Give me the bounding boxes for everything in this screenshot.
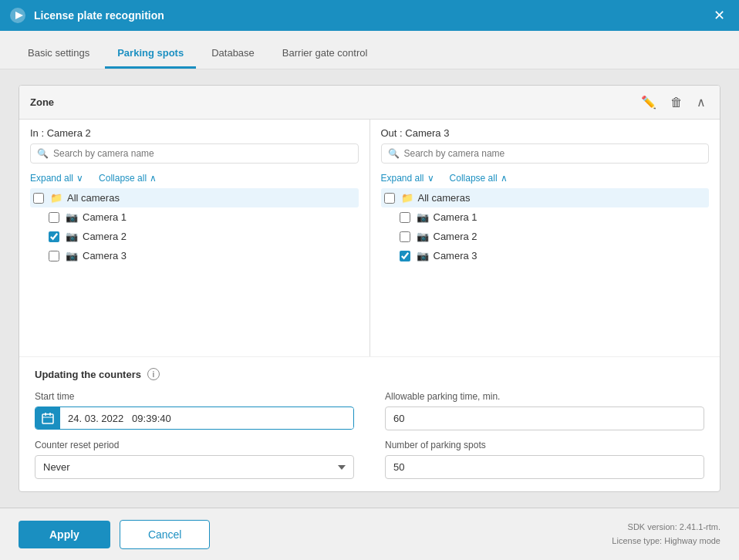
chevron-up-icon: ∧ [501, 173, 508, 184]
sdk-version: SDK version: 2.41.1-rtm. [612, 521, 720, 535]
out-camera-2-item[interactable]: 📷 Camera 2 [381, 227, 710, 246]
out-camera-header: Out : Camera 3 [370, 120, 720, 143]
in-camera-list: 📁 All cameras 📷 Camera 1 📷 Camera 2 [19, 188, 370, 356]
out-camera-1-checkbox[interactable] [400, 212, 410, 223]
close-button[interactable]: ✕ [709, 5, 730, 25]
in-camera-1-label: Camera 1 [83, 211, 127, 223]
calendar-icon [42, 412, 54, 424]
in-all-cameras-checkbox[interactable] [33, 193, 44, 204]
out-camera-3-checkbox[interactable] [400, 251, 410, 261]
allowable-parking-time-label: Allowable parking time, min. [385, 391, 704, 402]
info-icon[interactable]: i [147, 368, 160, 380]
settings-section: Updating the counters i Start time [19, 357, 720, 491]
out-collapse-all-button[interactable]: Collapse all ∧ [450, 173, 508, 184]
search-icon: 🔍 [388, 148, 400, 159]
app-icon [9, 7, 26, 24]
in-camera-section: In : Camera 2 🔍 Expand all ∨ Collapse al… [19, 120, 370, 356]
zone-header: Zone ✏️ 🗑 ∧ [19, 86, 720, 120]
camera-icon: 📷 [417, 211, 429, 223]
start-time-input-wrapper [35, 407, 354, 430]
allowable-parking-time-input[interactable] [385, 407, 704, 430]
out-camera-section: Out : Camera 3 🔍 Expand all ∨ Collapse a… [370, 120, 720, 356]
number-of-parking-spots-input[interactable] [385, 455, 704, 479]
edit-zone-button[interactable]: ✏️ [638, 93, 660, 111]
counter-reset-period-select[interactable]: Never Daily Weekly Monthly [35, 455, 354, 479]
out-camera-1-label: Camera 1 [434, 211, 477, 223]
in-camera-header: In : Camera 2 [19, 120, 370, 143]
start-time-value[interactable] [60, 408, 353, 429]
in-all-cameras-label: All cameras [67, 192, 120, 204]
out-all-cameras-item[interactable]: 📁 All cameras [381, 188, 710, 207]
number-of-parking-spots-label: Number of parking spots [385, 440, 704, 450]
in-camera-2-checkbox[interactable] [49, 231, 59, 242]
apply-button[interactable]: Apply [19, 521, 110, 548]
camera-icon: 📷 [66, 231, 78, 242]
calendar-icon-button[interactable] [35, 407, 60, 429]
camera-icon: 📷 [417, 250, 429, 261]
in-collapse-all-button[interactable]: Collapse all ∧ [99, 173, 157, 184]
in-camera-2-item[interactable]: 📷 Camera 2 [30, 227, 359, 246]
allowable-parking-time-field: Allowable parking time, min. [385, 391, 704, 430]
camera-icon: 📷 [66, 250, 78, 261]
out-all-cameras-checkbox[interactable] [384, 193, 395, 204]
in-camera-3-item[interactable]: 📷 Camera 3 [30, 246, 359, 265]
number-of-parking-spots-field: Number of parking spots [385, 440, 704, 479]
in-expand-collapse: Expand all ∨ Collapse all ∧ [19, 170, 370, 188]
out-camera-1-item[interactable]: 📷 Camera 1 [381, 207, 710, 227]
svg-rect-2 [42, 414, 53, 423]
settings-grid: Start time [35, 391, 704, 479]
in-search-input[interactable] [53, 148, 352, 159]
collapse-zone-button[interactable]: ∧ [693, 93, 709, 111]
folder-icon: 📁 [401, 192, 413, 204]
camera-icon: 📷 [417, 231, 429, 242]
camera-icon: 📷 [66, 211, 78, 223]
cameras-row: In : Camera 2 🔍 Expand all ∨ Collapse al… [19, 120, 720, 357]
in-camera-1-item[interactable]: 📷 Camera 1 [30, 207, 359, 227]
in-search-box[interactable]: 🔍 [30, 143, 359, 164]
in-camera-3-label: Camera 3 [83, 250, 127, 261]
in-all-cameras-item[interactable]: 📁 All cameras [30, 188, 359, 207]
tab-database[interactable]: Database [199, 39, 267, 69]
main-content: Zone ✏️ 🗑 ∧ In : Camera 2 🔍 Expand all [0, 69, 739, 508]
title-bar: License plate recognition ✕ [0, 0, 739, 31]
counter-reset-period-label: Counter reset period [35, 440, 354, 450]
start-time-field: Start time [35, 391, 354, 430]
in-camera-1-checkbox[interactable] [49, 212, 59, 223]
delete-zone-button[interactable]: 🗑 [667, 94, 686, 111]
out-expand-all-button[interactable]: Expand all ∨ [381, 173, 434, 184]
start-time-label: Start time [35, 391, 354, 402]
license-type: License type: Highway mode [612, 535, 720, 548]
zone-header-icons: ✏️ 🗑 ∧ [638, 93, 709, 111]
tab-barrier-gate-control[interactable]: Barrier gate control [270, 39, 380, 69]
chevron-down-icon: ∨ [427, 173, 434, 184]
window-title: License plate recognition [34, 9, 709, 22]
cancel-button[interactable]: Cancel [120, 520, 211, 549]
in-camera-3-checkbox[interactable] [49, 251, 59, 261]
in-expand-all-button[interactable]: Expand all ∨ [30, 173, 83, 184]
tab-parking-spots[interactable]: Parking spots [105, 39, 196, 69]
out-search-input[interactable] [404, 148, 703, 159]
out-search-box[interactable]: 🔍 [381, 143, 710, 164]
tab-bar: Basic settings Parking spots Database Ba… [0, 31, 739, 69]
folder-icon: 📁 [50, 192, 62, 204]
zone-panel: Zone ✏️ 🗑 ∧ In : Camera 2 🔍 Expand all [19, 85, 720, 492]
tab-basic-settings[interactable]: Basic settings [15, 39, 102, 69]
footer: Apply Cancel SDK version: 2.41.1-rtm. Li… [0, 508, 739, 560]
chevron-down-icon: ∨ [76, 173, 83, 184]
settings-title: Updating the counters i [35, 368, 704, 380]
out-all-cameras-label: All cameras [418, 192, 471, 204]
out-camera-2-checkbox[interactable] [400, 231, 410, 242]
out-camera-list: 📁 All cameras 📷 Camera 1 📷 Camera 2 [370, 188, 720, 356]
out-camera-3-item[interactable]: 📷 Camera 3 [381, 246, 710, 265]
chevron-up-icon: ∧ [150, 173, 157, 184]
out-expand-collapse: Expand all ∨ Collapse all ∧ [370, 170, 720, 188]
in-camera-2-label: Camera 2 [83, 231, 127, 242]
counter-reset-period-field: Counter reset period Never Daily Weekly … [35, 440, 354, 479]
zone-title: Zone [30, 96, 638, 108]
out-camera-3-label: Camera 3 [434, 250, 477, 261]
out-camera-2-label: Camera 2 [434, 231, 477, 242]
search-icon: 🔍 [37, 148, 49, 159]
sdk-info: SDK version: 2.41.1-rtm. License type: H… [612, 521, 720, 548]
